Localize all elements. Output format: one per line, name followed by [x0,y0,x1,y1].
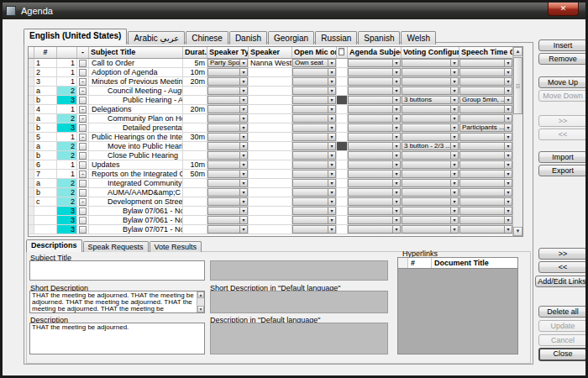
speech-time-combo[interactable]: ▾ [459,133,512,141]
chevron-down-icon[interactable]: ▾ [450,207,458,214]
open-mic-combo[interactable]: ▾ [292,114,336,123]
row-header-cell[interactable] [29,216,34,224]
chevron-down-icon[interactable]: ▾ [328,143,335,150]
voting-config-combo[interactable]: ▾ [402,105,459,113]
column-header-voting-config[interactable]: Voting Configur... [402,47,459,58]
chevron-down-icon[interactable]: ▾ [328,69,335,76]
row-header-cell[interactable] [29,197,34,206]
chevron-down-icon[interactable]: ▾ [392,106,400,113]
open-mic-combo[interactable]: ▾ [292,160,336,169]
agenda-subject-combo[interactable]: ▾ [348,133,401,141]
chevron-down-icon[interactable]: ▾ [392,134,400,140]
open-mic-combo[interactable]: ▾ [292,225,336,234]
chevron-down-icon[interactable]: ▾ [392,152,400,159]
agenda-subject-combo[interactable]: ▾ [348,142,401,150]
table-row[interactable]: 31-Minutes of Previous Meetings20m▾▾▾▾▾ [29,77,522,87]
agenda-subject-combo[interactable]: ▾ [348,188,401,197]
chevron-down-icon[interactable]: ▾ [239,134,247,140]
table-row[interactable]: a2-Council Meeting - August 2...▾▾▾▾▾ [29,87,522,96]
tab-language-welsh[interactable]: Welsh [401,31,436,45]
chevron-down-icon[interactable]: ▾ [239,60,247,66]
close-window-button[interactable]: ✕ [548,3,579,16]
agenda-subject-combo[interactable]: ▾ [348,114,401,123]
tab-language-russian[interactable]: Russian [315,31,357,45]
chevron-down-icon[interactable]: ▾ [450,60,458,66]
row-header-cell[interactable] [29,105,34,113]
voting-config-combo[interactable]: ▾ [402,133,459,141]
voting-config-combo[interactable]: ▾ [402,207,459,215]
chevron-down-icon[interactable]: ▾ [328,106,335,113]
insert-button[interactable]: Insert [538,39,587,51]
collapse-icon[interactable]: - [79,78,87,86]
speaker-type-combo[interactable]: ▾ [207,170,248,178]
import-button[interactable]: Import [538,151,587,163]
row-header-cell[interactable] [29,77,34,86]
speech-time-combo[interactable]: ▾ [459,87,512,95]
voting-config-combo[interactable]: ▾ [402,179,459,187]
move-down-button[interactable]: Move Down [538,90,587,102]
delete-all-button[interactable]: Delete all [538,306,587,318]
speaker-type-combo[interactable]: Party Spok...▾ [207,59,248,67]
chevron-down-icon[interactable]: ▾ [504,152,512,159]
row-header-cell[interactable] [29,179,34,187]
chevron-down-icon[interactable]: ▾ [392,161,400,168]
collapse-icon[interactable]: - [79,106,87,113]
chevron-down-icon[interactable]: ▾ [450,143,458,150]
chevron-down-icon[interactable]: ▾ [328,189,335,196]
voting-config-combo[interactable]: 3 buttons▾ [402,96,459,104]
open-mic-combo[interactable]: ▾ [292,170,336,178]
voting-config-combo[interactable]: ▾ [402,151,459,160]
title-bar[interactable]: Agenda ✕ [3,3,585,19]
chevron-down-icon[interactable]: ▾ [328,124,335,131]
chevron-down-icon[interactable]: ▾ [392,60,400,66]
table-row[interactable]: b3Public Hearing - August ...▾▾▾3 button… [29,96,522,105]
chevron-down-icon[interactable]: ▾ [239,106,247,113]
expander-box[interactable] [79,161,87,169]
column-header-speaker[interactable]: Speaker [249,47,292,58]
chevron-down-icon[interactable]: ▾ [328,87,335,94]
chevron-down-icon[interactable]: ▾ [239,152,247,159]
chevron-down-icon[interactable]: ▾ [392,180,400,186]
chevron-down-icon[interactable]: ▾ [504,134,512,140]
voting-config-combo[interactable]: ▾ [402,123,459,132]
table-row[interactable]: 41-Delegations20m▾▾▾▾▾ [29,105,522,114]
chevron-down-icon[interactable]: ▾ [450,124,458,131]
chevron-down-icon[interactable]: ▾ [392,198,400,205]
agenda-subject-combo[interactable]: ▾ [348,96,401,104]
agenda-subject-combo[interactable]: ▾ [348,225,401,234]
open-mic-combo[interactable]: ▾ [292,96,336,104]
hyperlink-remove-button[interactable]: << [538,261,587,273]
expander-box[interactable] [79,143,87,150]
move-right-button[interactable]: >> [538,115,587,127]
agenda-subject-combo[interactable]: ▾ [348,151,401,160]
voting-config-combo[interactable]: ▾ [402,216,459,224]
chevron-down-icon[interactable]: ▾ [504,106,512,113]
chevron-down-icon[interactable]: ▾ [328,198,335,205]
row-header-cell[interactable] [29,170,34,178]
collapse-icon[interactable]: - [79,171,87,178]
subject-title-input[interactable] [29,260,205,281]
open-mic-combo[interactable]: ▾ [292,87,336,95]
chevron-down-icon[interactable]: ▾ [504,124,512,131]
voting-config-combo[interactable]: ▾ [402,225,459,234]
column-header-speaker-type[interactable]: Speaker Type... [207,47,249,58]
voting-config-combo[interactable]: ▾ [402,160,459,169]
chevron-down-icon[interactable]: ▾ [504,161,512,168]
cancel-button[interactable]: Cancel [538,334,587,346]
speech-time-combo[interactable]: Group 5min, ...▾ [459,96,512,104]
chevron-down-icon[interactable]: ▾ [239,143,247,150]
voting-config-combo[interactable]: ▾ [402,87,459,95]
open-mic-combo[interactable]: ▾ [292,123,336,132]
table-row[interactable]: 51-Public Hearings on the Integr...30m▾▾… [29,133,522,142]
chevron-down-icon[interactable]: ▾ [239,87,247,94]
scroll-thumb[interactable] [513,57,522,114]
table-row[interactable]: 71-Reports on the Integrated Co...50m▾▾▾… [29,170,522,179]
chevron-down-icon[interactable]: ▾ [392,171,400,177]
chevron-down-icon[interactable]: ▾ [239,189,247,196]
speech-time-combo[interactable]: ▾ [459,59,512,67]
speech-time-combo[interactable]: ▾ [459,160,512,169]
column-header-level[interactable] [57,47,77,58]
chevron-down-icon[interactable]: ▾ [450,189,458,196]
agenda-subject-combo[interactable]: ▾ [348,170,401,178]
agenda-subject-combo[interactable]: ▾ [348,77,401,86]
